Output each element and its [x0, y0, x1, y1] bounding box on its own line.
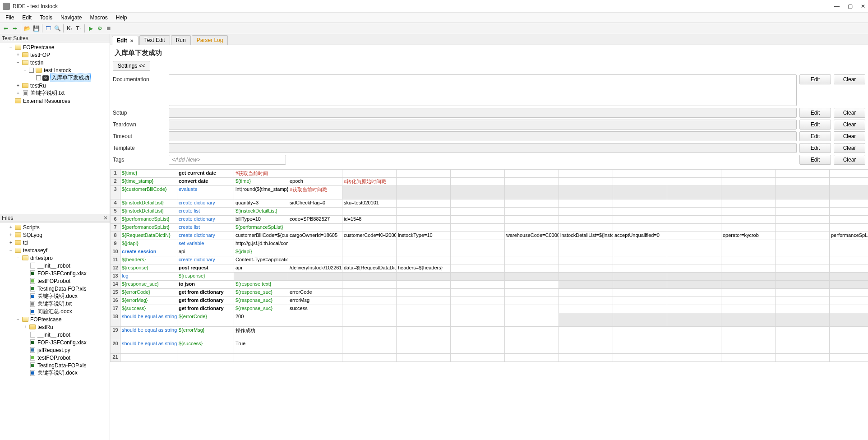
- tree-toggler-icon[interactable]: +: [8, 240, 14, 245]
- grid-cell[interactable]: [613, 248, 667, 256]
- tree-toggler-icon[interactable]: [23, 347, 28, 353]
- grid-row[interactable]: 9${jdapi}set variablehttp://g.jsf.jd.th.…: [111, 240, 868, 248]
- tree-node[interactable]: −testIn: [0, 59, 110, 66]
- grid-cell[interactable]: [559, 354, 613, 362]
- grid-cell[interactable]: [451, 186, 505, 199]
- grid-cell[interactable]: [342, 313, 397, 327]
- tags-edit-button[interactable]: Edit: [799, 155, 831, 165]
- tree-toggler-icon[interactable]: −: [23, 68, 28, 73]
- grid-cell[interactable]: [830, 256, 868, 264]
- grid-cell[interactable]: [721, 178, 776, 186]
- grid-row[interactable]: 15${errorCode}get from dictionary${respo…: [111, 289, 868, 297]
- grid-cell[interactable]: [342, 248, 397, 256]
- grid-row[interactable]: 14${response_suc}to json${response.text}: [111, 281, 868, 289]
- grid-cell[interactable]: code=SPB882527: [288, 216, 342, 224]
- grid-cell[interactable]: [613, 354, 667, 362]
- grid-cell[interactable]: log: [120, 273, 177, 281]
- grid-cell[interactable]: set variable: [177, 240, 234, 248]
- grid-cell[interactable]: [667, 305, 721, 313]
- grid-row[interactable]: 7${performanceSpList}create list${perfor…: [111, 224, 868, 232]
- grid-row[interactable]: 12${response}post requestapi/deliveryIns…: [111, 264, 868, 273]
- grid-cell[interactable]: [830, 224, 868, 232]
- timeout-clear-button[interactable]: Clear: [834, 131, 865, 141]
- menu-navigate[interactable]: Navigate: [57, 14, 85, 22]
- file-tree-node[interactable]: +testRu: [0, 323, 110, 331]
- tree-toggler-icon[interactable]: [23, 286, 28, 292]
- grid-cell[interactable]: [397, 224, 451, 232]
- grid-cell[interactable]: ${response_suc}: [234, 289, 288, 297]
- run-button[interactable]: ▶: [87, 24, 95, 32]
- grid-cell[interactable]: [721, 264, 776, 273]
- grid-cell[interactable]: [505, 256, 559, 264]
- grid-cell[interactable]: [505, 354, 559, 362]
- tags-field[interactable]: <Add New>: [169, 155, 286, 165]
- grid-cell[interactable]: [776, 240, 830, 248]
- grid-cell[interactable]: [505, 289, 559, 297]
- grid-cell[interactable]: [559, 199, 613, 208]
- grid-cell[interactable]: [342, 186, 397, 199]
- grid-row[interactable]: 2${time_stamp}convert date${time}epoch#转…: [111, 178, 868, 186]
- search-button[interactable]: 🔍: [53, 24, 61, 32]
- tab-run[interactable]: Run: [171, 35, 191, 45]
- grid-cell[interactable]: [721, 170, 776, 178]
- grid-cell[interactable]: [667, 248, 721, 256]
- grid-cell[interactable]: True: [234, 340, 288, 354]
- grid-cell[interactable]: create dictionary: [177, 216, 234, 224]
- grid-cell[interactable]: #获取当前时间: [234, 170, 288, 178]
- grid-cell[interactable]: [830, 240, 868, 248]
- grid-row[interactable]: 19should be equal as strings${errorMsg}操…: [111, 327, 868, 340]
- grid-cell[interactable]: [830, 248, 868, 256]
- grid-cell[interactable]: [288, 208, 342, 216]
- grid-cell[interactable]: [559, 170, 613, 178]
- grid-cell[interactable]: [613, 240, 667, 248]
- tags-clear-button[interactable]: Clear: [834, 155, 865, 165]
- grid-cell[interactable]: data=${RequestDataDictIN}: [342, 264, 397, 273]
- template-edit-button[interactable]: Edit: [799, 143, 831, 153]
- grid-cell[interactable]: [505, 208, 559, 216]
- grid-cell[interactable]: [830, 178, 868, 186]
- setup-field[interactable]: [169, 108, 797, 118]
- grid-cell[interactable]: create dictionary: [177, 232, 234, 240]
- file-tree-node[interactable]: 关键字说明.docx: [0, 292, 110, 300]
- grid-cell[interactable]: [613, 170, 667, 178]
- grid-cell[interactable]: [397, 248, 451, 256]
- grid-cell[interactable]: [830, 313, 868, 327]
- grid-cell[interactable]: [667, 297, 721, 305]
- grid-cell[interactable]: [342, 224, 397, 232]
- tree-node[interactable]: 入库单下发成功: [0, 74, 110, 82]
- grid-cell[interactable]: [451, 224, 505, 232]
- grid-cell[interactable]: should be equal as strings: [120, 340, 177, 354]
- grid-cell[interactable]: [559, 216, 613, 224]
- grid-cell[interactable]: [830, 305, 868, 313]
- grid-cell[interactable]: ${response_suc}: [120, 281, 177, 289]
- grid-cell[interactable]: [776, 178, 830, 186]
- grid-cell[interactable]: [505, 313, 559, 327]
- file-tree-node[interactable]: +SQLyog: [0, 231, 110, 239]
- grid-cell[interactable]: evaluate: [177, 186, 234, 199]
- grid-cell[interactable]: [559, 264, 613, 273]
- menu-help[interactable]: Help: [112, 14, 131, 22]
- grid-cell[interactable]: [613, 208, 667, 216]
- grid-cell[interactable]: [451, 297, 505, 305]
- grid-cell[interactable]: [397, 256, 451, 264]
- grid-cell[interactable]: sidCheckFlag=0: [288, 199, 342, 208]
- close-icon[interactable]: ✕: [103, 215, 108, 221]
- file-tree-node[interactable]: −testcaseyf: [0, 246, 110, 254]
- grid-cell[interactable]: [451, 313, 505, 327]
- grid-cell[interactable]: [613, 273, 667, 281]
- grid-row[interactable]: 13log${response}: [111, 273, 868, 281]
- grid-cell[interactable]: [451, 305, 505, 313]
- grid-cell[interactable]: [288, 224, 342, 232]
- grid-cell[interactable]: ${instockDetailList}: [120, 208, 177, 216]
- grid-cell[interactable]: [667, 178, 721, 186]
- grid-cell[interactable]: [559, 281, 613, 289]
- grid-cell[interactable]: [451, 178, 505, 186]
- timeout-edit-button[interactable]: Edit: [799, 131, 831, 141]
- testcase-button[interactable]: T↑: [74, 24, 83, 32]
- grid-cell[interactable]: [505, 340, 559, 354]
- open-button[interactable]: 📂: [23, 24, 31, 32]
- tree-toggler-icon[interactable]: [23, 294, 28, 299]
- grid-cell[interactable]: id=1548: [342, 216, 397, 224]
- grid-cell[interactable]: warehouseCode=C00000: [505, 232, 559, 240]
- grid-cell[interactable]: ${performanceSpList}: [234, 224, 288, 232]
